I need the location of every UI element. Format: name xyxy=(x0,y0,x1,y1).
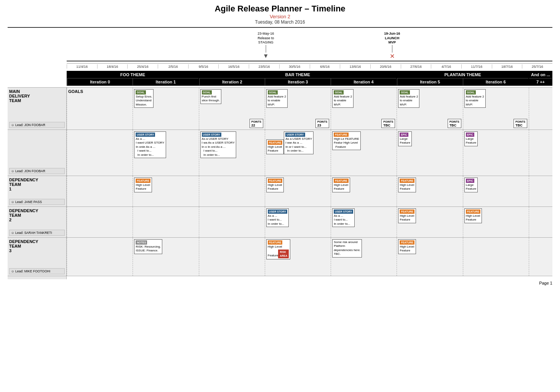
date-tick: 4/7/16 xyxy=(431,64,461,69)
grid-row: DEPENDENCY TEAM 2☺ Lead: SARAH TANKRETIU… xyxy=(8,206,552,237)
card-user-story: USER STORYAs a ... I want to... In order… xyxy=(332,208,355,227)
card-text: Add feature 2 to enable MVP. xyxy=(400,95,418,106)
row-label: DEPENDENCY TEAM 3☺ Lead: MIKE FOOTOOHI xyxy=(8,238,67,276)
card-epic: EPICLarge Feature xyxy=(398,131,412,146)
grid-cell: EPICLarge Feature xyxy=(463,130,529,176)
card-feature: FEATUREHigh Level Feature xyxy=(134,178,152,192)
lead-badge: ☺ Lead: JANE PASS xyxy=(9,199,65,205)
date-tick: 20/6/16 xyxy=(370,64,401,69)
card-type-label: FEATURE xyxy=(400,240,414,245)
iteration-label: Iteration 3 xyxy=(265,78,330,85)
card-user-story: USER STORYAs a USER STORY I wa As a USER… xyxy=(200,131,236,158)
card-type-label: FEATURE xyxy=(466,210,481,214)
grid-cell xyxy=(67,238,133,276)
team-name: DEPENDENCY TEAM 3 xyxy=(9,239,65,253)
theme-block: PLANTAIN THEMEIteration 5Iteration 6 xyxy=(397,71,529,86)
theme-label: BAR THEME xyxy=(199,71,396,78)
grid-cell xyxy=(529,238,552,276)
iteration-label: Iteration 5 xyxy=(397,78,462,85)
points-badge: POINTS22 xyxy=(250,119,263,128)
card-type-label: USER STORY xyxy=(136,133,155,137)
card-type-label: USER STORY xyxy=(285,133,305,137)
grid-cell: NOTESRISK: Resourcing. ISSUE: Finance. xyxy=(133,238,198,276)
grid-cell: USER STORYAs a ... I want to... In order… xyxy=(331,207,397,237)
card-text: High Level Feature xyxy=(268,145,282,152)
iteration-label: Iteration 2 xyxy=(199,78,265,85)
grid-row: MAIN DELIVERY TEAM☺ Lead: JON FOOBARGOAL… xyxy=(8,87,552,130)
grid-cell: GOALS xyxy=(67,88,133,130)
grid-cell: FEATUREHigh Le FEATURE Featur High Level… xyxy=(331,130,397,176)
card-goal: GOALAdd feature 2 to enable MVP. xyxy=(398,89,419,108)
card-user-story: USER STORYAs a USER STORY I war As a ...… xyxy=(284,131,314,154)
card-feature: FEATUREHigh Level Feature xyxy=(398,178,416,192)
card-type-label: FEATURE xyxy=(400,210,414,214)
team-name: MAIN DELIVERY TEAM xyxy=(9,89,65,103)
card-goal: GOALAdd feature 2 to enable MVP. xyxy=(332,89,354,108)
page-number: Page 1 xyxy=(8,279,552,285)
iteration-header: FOO THEMEIteration 0Iteration 1BAR THEME… xyxy=(8,71,552,86)
card-feature: FEATUREHigh Level Feature xyxy=(398,239,416,254)
card-type-label: FEATURE xyxy=(268,179,283,183)
grid-cell xyxy=(199,238,265,276)
grid-cell: FEATUREHigh Level Feature xyxy=(397,207,462,237)
card-goal: GOALSetup Envs. Understand Mission. xyxy=(134,89,154,108)
date-tick: 2/5/16 xyxy=(158,64,188,69)
card-feature: FEATUREHigh Level Feature xyxy=(464,208,482,223)
date-tick: 27/6/16 xyxy=(401,64,431,69)
card-text: As a USER STORY I wa As a USER STORY In … xyxy=(202,137,235,157)
points-badge: POINTSTBC xyxy=(448,119,461,128)
lead-badge: ☺ Lead: JON FOOBAR xyxy=(9,168,65,174)
grid-cell xyxy=(199,176,265,206)
card-type-label: GOAL xyxy=(268,90,278,94)
grid-cell: FEATUREHigh Level Feature xyxy=(397,238,462,276)
card-feature: FEATUREHigh Level Feature xyxy=(398,208,416,223)
date-tick: 16/5/16 xyxy=(218,64,249,69)
date-tick: 18/4/16 xyxy=(97,64,128,69)
card-type-label: GOAL xyxy=(136,90,146,94)
grid-cell xyxy=(67,130,133,176)
card-feature: FEATUREHigh Level Feature xyxy=(332,178,350,192)
points-badge: POINTSTBC xyxy=(514,119,527,128)
card-epic: EPICLarge Feature xyxy=(464,131,478,146)
card-type-label: GOAL xyxy=(202,90,212,94)
card-type-label: FEATURE xyxy=(268,240,283,245)
row-label: ☺ Lead: JON FOOBAR xyxy=(8,130,67,176)
card-text: High Level Feature xyxy=(400,183,414,190)
card-feature: FEATUREHigh Level FeatureRISK AREA xyxy=(266,239,290,259)
grid-cell: GOALAdd feature 2 to enable MVP.POINTSTB… xyxy=(397,88,462,130)
grid-cell: FEATUREHigh Level FeatureUSER STORYAs a … xyxy=(265,130,331,176)
card-notes: NOTESRISK: Resourcing. ISSUE: Finance. xyxy=(134,239,162,254)
team-name: DEPENDENCY TEAM 2 xyxy=(9,208,65,222)
iteration-label: Iteration 1 xyxy=(133,78,198,85)
card-text: Some risk around Platform dependencies h… xyxy=(334,240,360,256)
theme-block: BAR THEMEIteration 2Iteration 3Iteration… xyxy=(199,71,397,86)
lead-badge: ☺ Lead: JON FOOBAR xyxy=(9,122,65,128)
card-text: Add feature 2 to enable MVP. xyxy=(268,95,286,106)
card-text: High Le FEATURE Featur High Level Featur… xyxy=(334,137,359,149)
grid-cell: USER STORYAs a USER STORY I wa As a USER… xyxy=(199,130,265,176)
page-header: Agile Release Planner – Timeline Version… xyxy=(8,4,552,25)
milestone-mvp: 19-Jun-16LAUNCHMVP ✕ xyxy=(384,32,400,60)
card-type-label: FEATURE xyxy=(136,179,150,183)
page-title: Agile Release Planner – Timeline xyxy=(8,4,552,14)
grid-cell xyxy=(463,238,529,276)
points-badge: POINTS23 xyxy=(315,119,329,128)
card-text: RISK: Resourcing. ISSUE: Finance. xyxy=(136,245,161,252)
card-text: Setup Envs. Understand Mission. xyxy=(136,95,152,106)
grid-cell xyxy=(67,176,133,206)
header-divider xyxy=(8,27,552,28)
grid-cell: GOALPunch first slice through.POINTS22 xyxy=(199,88,265,130)
card-feature: FEATUREHigh Level Feature xyxy=(266,178,284,192)
date-ticks: 11/4/1618/4/1625/4/162/5/169/5/1616/5/16… xyxy=(67,64,552,69)
card-type-label: GOAL xyxy=(400,90,410,94)
grid-cell: GOALAdd feature 2 to enable MVP.POINTSTB… xyxy=(463,88,529,130)
theme-label: PLANTAIN THEME xyxy=(397,71,528,78)
card-type-label: EPIC xyxy=(466,179,474,183)
card-user-story: USER STORYAs a ... I want to... In order… xyxy=(266,208,289,227)
card-text: Some risk around Platform dependencies h… xyxy=(332,239,362,258)
grid-cell: Some risk around Platform dependencies h… xyxy=(331,238,397,276)
grid-cell: FEATUREHigh Level Feature xyxy=(133,176,198,206)
date-tick: 18/7/16 xyxy=(492,64,522,69)
grid-cell: FEATUREHigh Level FeatureRISK AREA xyxy=(265,238,331,276)
grid-cell: EPICLarge Feature xyxy=(397,130,462,176)
